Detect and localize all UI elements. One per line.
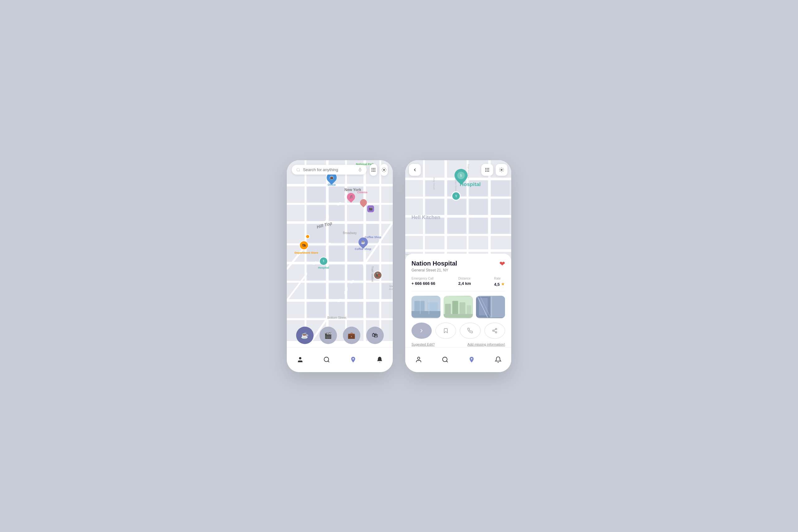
svg-point-55: [299, 357, 301, 359]
right-nav-notifications[interactable]: [492, 354, 505, 366]
photo-2[interactable]: [443, 296, 473, 318]
svg-rect-38: [307, 302, 326, 318]
action-row: [412, 323, 505, 339]
qa-cinema[interactable]: 🎬: [320, 327, 337, 344]
svg-rect-76: [425, 218, 444, 233]
right-header: [409, 164, 508, 176]
svg-rect-73: [447, 199, 466, 215]
pin-dept-store[interactable]: [305, 234, 310, 239]
right-bottom-nav: [405, 347, 511, 372]
stat-emergency: Emergency Call + 666 666 66: [412, 277, 435, 287]
svg-rect-21: [329, 205, 344, 221]
right-phone: Train Avenue Holy Street James Street Sh…: [405, 160, 511, 372]
svg-rect-22: [307, 224, 326, 243]
search-bar[interactable]: [292, 165, 366, 174]
svg-rect-32: [347, 265, 363, 280]
action-bookmark[interactable]: [435, 323, 456, 339]
svg-rect-36: [347, 283, 363, 299]
svg-point-49: [373, 169, 374, 170]
qa-coffee[interactable]: ☕: [296, 327, 314, 344]
svg-rect-37: [382, 283, 391, 299]
svg-rect-23: [329, 224, 344, 243]
svg-rect-110: [492, 297, 505, 317]
svg-rect-40: [347, 302, 363, 318]
nav-notifications[interactable]: [374, 354, 386, 366]
svg-text:Holy Street: Holy Street: [433, 177, 435, 190]
settings-button[interactable]: [380, 164, 388, 176]
svg-rect-104: [452, 301, 458, 316]
stat-distance: Distance 2,4 km: [458, 277, 471, 287]
screens-container: Time Sqre New York Hill Top Bottom Stree…: [287, 160, 511, 372]
svg-point-45: [372, 168, 373, 169]
right-settings-button[interactable]: [496, 164, 508, 176]
back-button[interactable]: [409, 164, 421, 176]
svg-point-87: [487, 168, 488, 169]
quick-actions: ☕ 🎬 💼 🛍: [287, 327, 393, 344]
svg-rect-71: [491, 180, 510, 196]
svg-rect-79: [491, 218, 510, 233]
svg-line-43: [299, 170, 300, 171]
nav-location[interactable]: [347, 354, 359, 366]
pin-cinema-label: Cinema: [357, 191, 367, 194]
svg-rect-35: [329, 283, 344, 299]
svg-rect-41: [366, 302, 379, 318]
pin-dept-store-large[interactable]: 🛍: [299, 241, 309, 250]
right-nav-search[interactable]: [439, 354, 451, 366]
svg-point-86: [485, 168, 486, 169]
right-header-icons: [481, 164, 508, 176]
right-nav-location[interactable]: [466, 354, 478, 366]
svg-point-119: [417, 357, 420, 359]
action-share[interactable]: [484, 323, 505, 339]
action-call[interactable]: [460, 323, 481, 339]
stat-rate: Rate 4,5 ★: [494, 277, 505, 287]
svg-rect-111: [479, 298, 488, 316]
detail-address: General Street 21, NY: [412, 268, 457, 272]
svg-line-117: [494, 331, 495, 332]
svg-rect-75: [491, 199, 510, 215]
svg-rect-74: [469, 199, 488, 215]
photos-row: [412, 296, 505, 318]
action-directions[interactable]: [412, 323, 432, 339]
suggest-edit[interactable]: Sugested Edit?: [412, 343, 435, 346]
pin-coffee-shop[interactable]: ☕ Coffee Shop: [355, 238, 371, 251]
svg-point-94: [488, 171, 489, 172]
pin-purple[interactable]: 🎬: [367, 205, 374, 212]
svg-point-51: [372, 171, 373, 172]
nav-profile[interactable]: [294, 354, 306, 366]
svg-point-46: [373, 168, 374, 169]
svg-rect-107: [443, 314, 473, 317]
left-header: [287, 160, 393, 179]
svg-point-88: [488, 168, 489, 169]
pin-cinema[interactable]: 🎵: [347, 193, 355, 201]
right-nav-profile[interactable]: [413, 354, 425, 366]
qa-office[interactable]: 💼: [343, 327, 360, 344]
favorite-button[interactable]: ❤: [499, 260, 505, 268]
add-info[interactable]: Add missing information!: [468, 343, 505, 346]
svg-rect-17: [307, 187, 326, 202]
svg-rect-77: [447, 218, 466, 233]
pin-hospital[interactable]: ⚕ Hospital: [318, 257, 329, 269]
svg-line-118: [494, 329, 495, 330]
svg-line-57: [328, 361, 329, 362]
svg-point-56: [324, 357, 328, 362]
nav-search[interactable]: [320, 354, 333, 366]
pin-coffee-label: Coffee Shop: [365, 235, 381, 239]
svg-point-90: [487, 169, 488, 170]
detail-name: Nation Hospital: [412, 260, 457, 267]
pin-train[interactable]: 🚂: [374, 271, 382, 280]
photo-3[interactable]: [476, 296, 505, 318]
pin-dept-label: Department Store: [294, 251, 318, 254]
svg-point-50: [374, 169, 375, 170]
right-menu-button[interactable]: [481, 164, 493, 176]
left-phone: Time Sqre New York Hill Top Bottom Stree…: [287, 160, 393, 372]
detail-title-row: Nation Hospital General Street 21, NY ❤: [412, 260, 505, 272]
menu-button[interactable]: [370, 164, 377, 176]
photo-1[interactable]: [412, 296, 440, 318]
right-pin-hospital-small[interactable]: ⚕: [451, 191, 461, 201]
svg-point-115: [493, 330, 494, 331]
svg-rect-31: [329, 265, 344, 280]
qa-shop[interactable]: 🛍: [366, 327, 384, 344]
search-input[interactable]: [303, 167, 355, 172]
svg-point-116: [495, 331, 497, 333]
svg-point-120: [442, 357, 447, 362]
